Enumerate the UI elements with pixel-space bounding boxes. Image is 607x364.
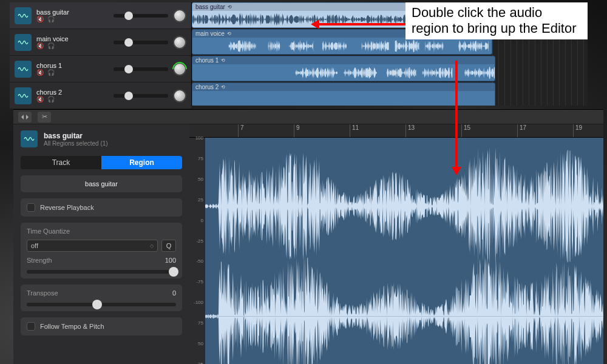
reverse-playback-label: Reverse Playback: [40, 204, 94, 211]
ruler-mark: 7: [238, 124, 244, 137]
amplitude-label: 50: [198, 341, 203, 346]
track-name-label: chorus 2: [36, 89, 109, 96]
loop-icon: ⟲: [221, 84, 225, 90]
volume-slider[interactable]: [114, 94, 168, 98]
headphone-icon[interactable]: 🎧: [47, 42, 55, 49]
tab-region[interactable]: Region: [101, 156, 182, 169]
amplitude-label: 0: [201, 217, 203, 223]
track-name-label: main voice: [36, 35, 109, 42]
track-header[interactable]: main voice 🔇 🎧: [10, 29, 191, 56]
region-label: chorus 1 ⟲: [192, 56, 495, 64]
time-quantize-label: Time Quantize: [27, 228, 176, 235]
waveform-area[interactable]: 791113151719 1007550250-25-50-75-1007550…: [189, 124, 603, 364]
amplitude-label: 25: [198, 197, 203, 202]
mute-icon[interactable]: 🔇: [36, 16, 44, 22]
amplitude-label: 75: [198, 320, 203, 326]
transpose-label: Transpose: [27, 289, 58, 297]
amplitude-label: 75: [198, 155, 203, 161]
audio-region[interactable]: chorus 1 ⟲: [192, 56, 495, 81]
follow-tempo-label: Follow Tempo & Pitch: [40, 323, 104, 330]
mute-icon[interactable]: 🔇: [36, 42, 44, 49]
amplitude-scale: 1007550250-25-50-75-100755025: [189, 138, 205, 364]
track-header[interactable]: bass guitar 🔇 🎧: [10, 2, 191, 29]
strength-value: 100: [165, 257, 176, 264]
audio-track-icon: [15, 87, 32, 104]
ruler-mark: 17: [517, 124, 526, 137]
scissors-tool-button[interactable]: ✂: [38, 112, 51, 123]
inspector-tabs: Track Region: [21, 156, 182, 169]
track-name-label: bass guitar: [36, 8, 109, 16]
amplitude-label: -25: [196, 238, 203, 243]
headphone-icon[interactable]: 🎧: [47, 69, 55, 76]
editor-toolbar: ✂: [13, 110, 603, 124]
pan-knob[interactable]: [173, 89, 186, 103]
amplitude-label: 25: [198, 362, 203, 365]
amplitude-label: -100: [194, 300, 203, 305]
annotation-arrow-left: [313, 23, 407, 25]
ruler-mark: 13: [405, 124, 415, 137]
region-name-field[interactable]: bass guitar: [27, 180, 176, 187]
amplitude-label: -50: [196, 258, 203, 264]
pan-knob[interactable]: [173, 9, 186, 22]
flex-tool-button[interactable]: [18, 112, 32, 123]
strength-slider[interactable]: [27, 270, 176, 274]
timeline-ruler[interactable]: 791113151719: [189, 124, 603, 138]
audio-track-icon: [15, 34, 32, 51]
volume-slider[interactable]: [114, 67, 168, 71]
track-header-list: bass guitar 🔇 🎧 main voice 🔇 🎧 chorus 1: [10, 2, 192, 106]
editor-selection-summary: All Regions selected (1): [44, 140, 108, 147]
follow-tempo-checkbox[interactable]: [27, 322, 35, 331]
audio-track-icon: [21, 130, 38, 147]
audio-track-icon: [15, 7, 32, 24]
annotation-arrow-down: [455, 61, 458, 173]
strength-label: Strength: [27, 257, 52, 264]
transpose-value: 0: [172, 289, 176, 297]
time-quantize-select[interactable]: off◇: [27, 240, 158, 252]
track-header[interactable]: chorus 2 🔇 🎧: [10, 83, 191, 109]
editor-inspector: bass guitar All Regions selected (1) Tra…: [13, 124, 189, 364]
loop-icon: ⟲: [227, 31, 231, 36]
track-header[interactable]: chorus 1 🔇 🎧: [10, 56, 191, 83]
volume-slider[interactable]: [114, 14, 168, 18]
loop-icon: ⟲: [221, 58, 225, 63]
audio-track-icon: [15, 61, 32, 78]
editor-region-title: bass guitar: [44, 132, 108, 140]
loop-icon: ⟲: [228, 4, 232, 10]
track-name-label: chorus 1: [36, 62, 109, 69]
ruler-mark: 15: [461, 124, 470, 137]
quantize-now-button[interactable]: Q: [161, 240, 176, 252]
tab-track[interactable]: Track: [21, 156, 101, 169]
ruler-mark: 11: [350, 124, 359, 137]
ruler-mark: 9: [294, 124, 300, 137]
waveform-display[interactable]: [205, 138, 603, 364]
pan-knob[interactable]: [173, 36, 186, 49]
annotation-callout: Double click the audio region to bring u…: [405, 2, 588, 39]
mute-icon[interactable]: 🔇: [36, 69, 44, 76]
headphone-icon[interactable]: 🎧: [47, 16, 55, 22]
svg-rect-0: [205, 138, 603, 364]
region-label: chorus 2 ⟲: [192, 83, 495, 91]
amplitude-label: 50: [198, 176, 203, 181]
ruler-mark: 19: [573, 124, 582, 137]
audio-editor: ✂ bass guitar All Regions selected (1) T…: [13, 109, 603, 364]
mute-icon[interactable]: 🔇: [36, 96, 44, 103]
reverse-playback-checkbox[interactable]: [27, 203, 35, 212]
amplitude-label: -75: [196, 279, 203, 285]
transpose-slider[interactable]: [27, 303, 176, 306]
pan-knob[interactable]: [173, 62, 186, 76]
audio-region[interactable]: chorus 2 ⟲: [192, 83, 495, 106]
headphone-icon[interactable]: 🎧: [47, 96, 55, 103]
amplitude-label: 100: [195, 135, 203, 141]
volume-slider[interactable]: [114, 41, 168, 44]
